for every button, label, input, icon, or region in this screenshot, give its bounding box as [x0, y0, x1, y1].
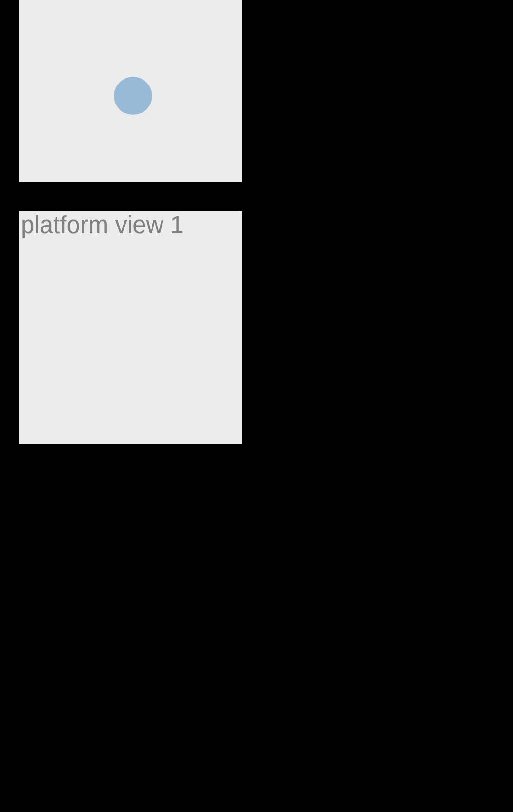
loading-indicator-icon — [114, 77, 152, 115]
platform-view-2[interactable]: platform view 2 — [19, 0, 242, 182]
platform-view-1[interactable]: platform view 1 — [19, 211, 242, 444]
platform-view-1-label: platform view 1 — [19, 211, 242, 239]
